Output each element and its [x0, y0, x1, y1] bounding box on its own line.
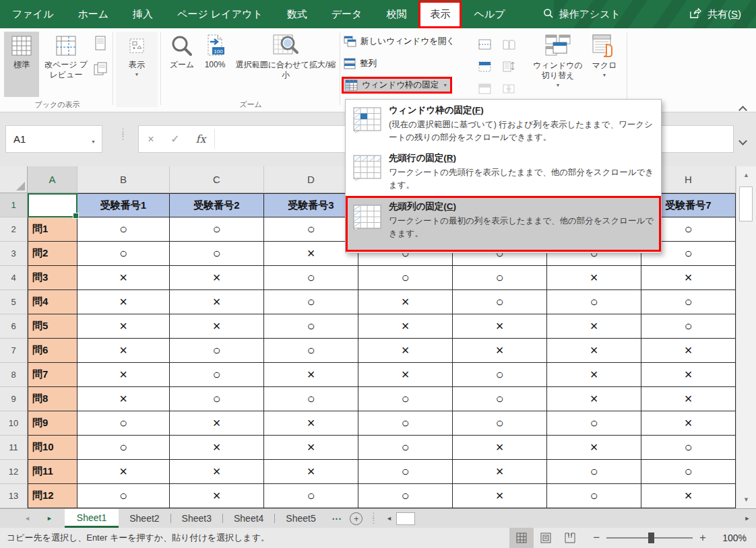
collapse-ribbon-button[interactable]: [740, 104, 746, 116]
menu-item-freeze-panes[interactable]: ウィンドウ枠の固定(F) (現在の選択範囲に基づいて) 行および列を表示したまま…: [346, 100, 661, 147]
answer-cell[interactable]: ○: [547, 460, 641, 484]
share-button[interactable]: 共有(S): [689, 0, 756, 28]
menu-item-freeze-first-column[interactable]: 先頭列の固定(C) ワークシートの最初の列を表示したままで、他の部分をスクロール…: [346, 196, 661, 252]
row-header-9[interactable]: 9: [0, 387, 28, 411]
new-sheet-button[interactable]: +: [350, 512, 363, 525]
answer-cell[interactable]: ×: [264, 460, 358, 484]
tab-home[interactable]: ホーム: [65, 0, 121, 28]
sheet-nav-right-icon[interactable]: ►: [46, 515, 53, 522]
answer-cell[interactable]: ○: [264, 314, 358, 339]
row-header-8[interactable]: 8: [0, 363, 28, 387]
menu-item-freeze-top-row[interactable]: 先頭行の固定(R) ワークシートの先頭行を表示したままで、他の部分をスクロールで…: [346, 147, 661, 196]
row-header-1[interactable]: 1: [0, 193, 28, 217]
cancel-button[interactable]: ×: [139, 133, 163, 145]
sheet-nav-left-icon[interactable]: ◄: [24, 515, 30, 522]
expand-formula-bar-button[interactable]: [740, 135, 746, 147]
answer-cell[interactable]: ×: [264, 436, 358, 460]
answer-cell[interactable]: ○: [264, 217, 358, 242]
column-header-C[interactable]: C: [170, 166, 264, 193]
answer-cell[interactable]: ×: [641, 387, 736, 411]
answer-cell[interactable]: ○: [358, 460, 453, 484]
page-break-preview-button[interactable]: 改ページ プレビュー: [40, 32, 92, 80]
macros-button[interactable]: マクロ ▼: [588, 34, 621, 77]
question-label-cell[interactable]: 問3: [28, 266, 77, 290]
answer-cell[interactable]: ×: [453, 460, 547, 484]
fill-handle[interactable]: [73, 213, 79, 219]
question-label-cell[interactable]: 問10: [28, 436, 77, 460]
drag-handle-dots[interactable]: ⋮⋮: [119, 129, 127, 139]
answer-cell[interactable]: ×: [641, 363, 736, 387]
zoom-percentage[interactable]: 100%: [716, 533, 756, 543]
question-label-cell[interactable]: 問11: [28, 460, 77, 484]
sheet-tab-sheet2[interactable]: Sheet2: [119, 509, 170, 528]
answer-cell[interactable]: ×: [453, 436, 547, 460]
answer-cell[interactable]: ×: [358, 363, 453, 387]
sheet-tab-sheet3[interactable]: Sheet3: [171, 509, 222, 528]
sheet-tab-sheet1[interactable]: Sheet1: [65, 509, 119, 528]
answer-cell[interactable]: ○: [453, 411, 547, 436]
arrange-all-button[interactable]: 整列: [344, 58, 377, 69]
answer-cell[interactable]: ○: [453, 363, 547, 387]
answer-cell[interactable]: ×: [170, 266, 264, 290]
answer-cell[interactable]: ○: [264, 387, 358, 411]
row-header-3[interactable]: 3: [0, 242, 28, 266]
select-all-corner[interactable]: [0, 166, 28, 193]
selected-cell-a1[interactable]: [28, 193, 77, 217]
column-header-A[interactable]: A: [28, 166, 77, 193]
answer-cell[interactable]: ×: [547, 314, 641, 339]
table-header-cell[interactable]: 受験番号2: [170, 193, 264, 217]
answer-cell[interactable]: ×: [170, 290, 264, 314]
more-sheets-indicator[interactable]: ...: [327, 509, 345, 528]
row-header-5[interactable]: 5: [0, 290, 28, 314]
page-layout-view-button[interactable]: [92, 35, 109, 51]
answer-cell[interactable]: ○: [358, 411, 453, 436]
synchronous-scrolling-button[interactable]: [500, 59, 517, 75]
row-header-6[interactable]: 6: [0, 314, 28, 339]
tab-insert[interactable]: 挿入: [121, 0, 165, 28]
sheet-tab-sheet4[interactable]: Sheet4: [223, 509, 274, 528]
answer-cell[interactable]: ×: [358, 314, 453, 339]
answer-cell[interactable]: ×: [264, 411, 358, 436]
row-header-7[interactable]: 7: [0, 339, 28, 363]
answer-cell[interactable]: ○: [264, 484, 358, 508]
answer-cell[interactable]: ×: [453, 339, 547, 363]
answer-cell[interactable]: ○: [641, 314, 736, 339]
table-header-cell[interactable]: 受験番号1: [77, 193, 170, 217]
tab-data[interactable]: データ: [319, 0, 375, 28]
row-header-10[interactable]: 10: [0, 411, 28, 436]
answer-cell[interactable]: ○: [547, 484, 641, 508]
answer-cell[interactable]: ×: [77, 363, 170, 387]
tab-view[interactable]: 表示: [418, 1, 462, 28]
answer-cell[interactable]: ○: [453, 266, 547, 290]
freeze-panes-button[interactable]: ウィンドウ枠の固定 ▼: [342, 77, 452, 94]
insert-function-button[interactable]: fx: [187, 133, 214, 145]
question-label-cell[interactable]: 問6: [28, 339, 77, 363]
answer-cell[interactable]: ○: [170, 339, 264, 363]
answer-cell[interactable]: ×: [77, 290, 170, 314]
custom-views-button[interactable]: [92, 61, 109, 77]
answer-cell[interactable]: ○: [641, 460, 736, 484]
show-group-button[interactable]: 表示 ▼: [116, 32, 158, 107]
name-box[interactable]: A1 ▼: [5, 125, 102, 153]
question-label-cell[interactable]: 問4: [28, 290, 77, 314]
table-header-cell[interactable]: 受験番号3: [264, 193, 358, 217]
column-header-D[interactable]: D: [264, 166, 358, 193]
answer-cell[interactable]: ×: [641, 411, 736, 436]
answer-cell[interactable]: ×: [77, 460, 170, 484]
answer-cell[interactable]: ○: [358, 266, 453, 290]
zoom-in-button[interactable]: +: [699, 531, 706, 545]
answer-cell[interactable]: ○: [170, 387, 264, 411]
page-break-view-toggle[interactable]: [558, 528, 582, 548]
answer-cell[interactable]: ×: [547, 266, 641, 290]
answer-cell[interactable]: ×: [170, 436, 264, 460]
tell-me-assistant[interactable]: 操作アシスト: [543, 0, 621, 28]
row-header-12[interactable]: 12: [0, 460, 28, 484]
answer-cell[interactable]: ○: [358, 436, 453, 460]
normal-view-button[interactable]: 標準: [4, 32, 39, 97]
answer-cell[interactable]: ○: [547, 411, 641, 436]
zoom-100-button[interactable]: 100 100%: [197, 32, 233, 70]
answer-cell[interactable]: ×: [547, 363, 641, 387]
tab-formulas[interactable]: 数式: [275, 0, 319, 28]
row-header-11[interactable]: 11: [0, 436, 28, 460]
horizontal-scrollbar[interactable]: ◄ ►: [381, 509, 755, 528]
